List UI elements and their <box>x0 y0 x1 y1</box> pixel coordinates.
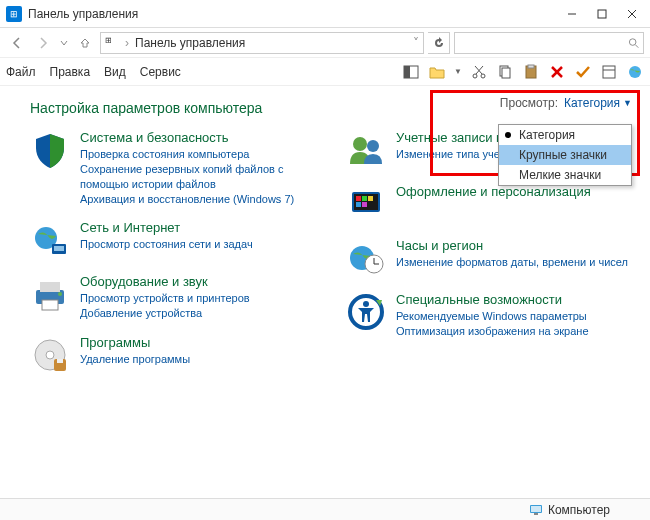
users-icon <box>346 130 386 170</box>
maximize-button[interactable] <box>594 6 610 22</box>
menu-tools[interactable]: Сервис <box>140 65 181 79</box>
disc-icon <box>30 335 70 375</box>
category-link[interactable]: Удаление программы <box>80 352 190 367</box>
view-option-small-icons[interactable]: Мелкие значки <box>499 165 631 185</box>
svg-line-11 <box>475 66 482 74</box>
svg-rect-23 <box>54 246 64 251</box>
accessibility-icon <box>346 292 386 332</box>
svg-rect-31 <box>57 359 63 363</box>
svg-point-9 <box>481 74 485 78</box>
category-link[interactable]: Добавление устройства <box>80 306 250 321</box>
svg-point-8 <box>473 74 477 78</box>
category-link[interactable]: Проверка состояния компьютера <box>80 147 316 162</box>
svg-rect-7 <box>404 66 410 78</box>
view-option-label: Мелкие значки <box>519 168 601 182</box>
category-title[interactable]: Часы и регион <box>396 238 628 253</box>
svg-point-33 <box>367 140 379 152</box>
status-text: Компьютер <box>548 503 610 517</box>
close-button[interactable] <box>624 6 640 22</box>
view-menu: Категория Крупные значки Мелкие значки <box>498 124 632 186</box>
window-buttons <box>564 6 644 22</box>
breadcrumb-dropdown-icon[interactable]: ˅ <box>413 36 419 50</box>
titlebar: ⊞ Панель управления <box>0 0 650 28</box>
shield-icon <box>30 130 70 170</box>
view-label: Просмотр: <box>500 96 558 110</box>
printer-icon <box>30 274 70 314</box>
svg-point-27 <box>58 292 62 296</box>
refresh-button[interactable] <box>428 32 450 54</box>
paste-icon[interactable] <box>522 63 540 81</box>
categories-left: Система и безопасность Проверка состояни… <box>30 130 316 375</box>
minimize-button[interactable] <box>564 6 580 22</box>
category-link[interactable]: Сохранение резервных копий файлов с помо… <box>80 162 316 192</box>
view-option-category[interactable]: Категория <box>499 125 631 145</box>
content-area: Настройка параметров компьютера Просмотр… <box>0 86 650 498</box>
category-title[interactable]: Оборудование и звук <box>80 274 250 289</box>
breadcrumb[interactable]: ⊞ › Панель управления ˅ <box>100 32 424 54</box>
computer-icon <box>529 503 543 517</box>
back-button[interactable] <box>6 32 28 54</box>
breadcrumb-root[interactable]: Панель управления <box>135 36 245 50</box>
svg-rect-37 <box>362 196 367 201</box>
chevron-right-icon: › <box>125 36 129 50</box>
svg-line-10 <box>476 66 483 74</box>
svg-rect-48 <box>531 506 541 512</box>
svg-rect-38 <box>368 196 373 201</box>
chevron-down-icon: ▼ <box>623 98 632 108</box>
category-clock-region: Часы и регион Изменение форматов даты, в… <box>346 238 632 278</box>
menu-view[interactable]: Вид <box>104 65 126 79</box>
category-title[interactable]: Специальные возможности <box>396 292 589 307</box>
globe-icon[interactable] <box>626 63 644 81</box>
category-link[interactable]: Просмотр устройств и принтеров <box>80 291 250 306</box>
view-option-label: Категория <box>519 128 575 142</box>
svg-rect-36 <box>356 196 361 201</box>
category-link[interactable]: Оптимизация изображения на экране <box>396 324 589 339</box>
globe-network-icon <box>30 220 70 260</box>
category-title[interactable]: Сеть и Интернет <box>80 220 253 235</box>
category-appearance: Оформление и персонализация <box>346 184 632 224</box>
appearance-icon <box>346 184 386 224</box>
svg-rect-39 <box>356 202 361 207</box>
menu-edit[interactable]: Правка <box>50 65 91 79</box>
history-dropdown-icon[interactable] <box>58 32 70 54</box>
category-title[interactable]: Оформление и персонализация <box>396 184 591 199</box>
category-hardware-sound: Оборудование и звук Просмотр устройств и… <box>30 274 316 321</box>
svg-rect-49 <box>534 513 538 515</box>
category-title[interactable]: Программы <box>80 335 190 350</box>
svg-rect-40 <box>362 202 367 207</box>
forward-button[interactable] <box>32 32 54 54</box>
properties-icon[interactable] <box>600 63 618 81</box>
category-link[interactable]: Просмотр состояния сети и задач <box>80 237 253 252</box>
cut-icon[interactable] <box>470 63 488 81</box>
svg-point-29 <box>46 351 54 359</box>
svg-point-20 <box>629 66 641 78</box>
svg-point-46 <box>363 301 369 307</box>
copy-icon[interactable] <box>496 63 514 81</box>
menubar: Файл Правка Вид Сервис ▼ <box>0 58 650 86</box>
search-icon <box>628 37 639 49</box>
category-link[interactable]: Рекомендуемые Windows параметры <box>396 309 589 324</box>
folder-options-icon[interactable] <box>428 63 446 81</box>
breadcrumb-icon: ⊞ <box>105 36 119 50</box>
svg-rect-26 <box>42 300 58 310</box>
statusbar: Компьютер <box>0 498 650 520</box>
search-box[interactable] <box>454 32 644 54</box>
svg-point-32 <box>353 137 367 151</box>
category-system-security: Система и безопасность Проверка состояни… <box>30 130 316 206</box>
bullet-icon <box>505 132 511 138</box>
svg-line-5 <box>635 44 638 47</box>
category-title[interactable]: Система и безопасность <box>80 130 316 145</box>
checkmark-icon[interactable] <box>574 63 592 81</box>
category-link[interactable]: Изменение форматов даты, времени и чисел <box>396 255 628 270</box>
menu-file[interactable]: Файл <box>6 65 36 79</box>
app-icon: ⊞ <box>6 6 22 22</box>
view-dropdown[interactable]: Категория ▼ <box>564 96 632 110</box>
view-option-large-icons[interactable]: Крупные значки <box>499 145 631 165</box>
up-button[interactable] <box>74 32 96 54</box>
svg-rect-13 <box>502 68 510 78</box>
delete-icon[interactable] <box>548 63 566 81</box>
search-input[interactable] <box>459 35 628 51</box>
category-network: Сеть и Интернет Просмотр состояния сети … <box>30 220 316 260</box>
category-link[interactable]: Архивация и восстановление (Windows 7) <box>80 192 316 207</box>
layout-icon[interactable] <box>402 63 420 81</box>
